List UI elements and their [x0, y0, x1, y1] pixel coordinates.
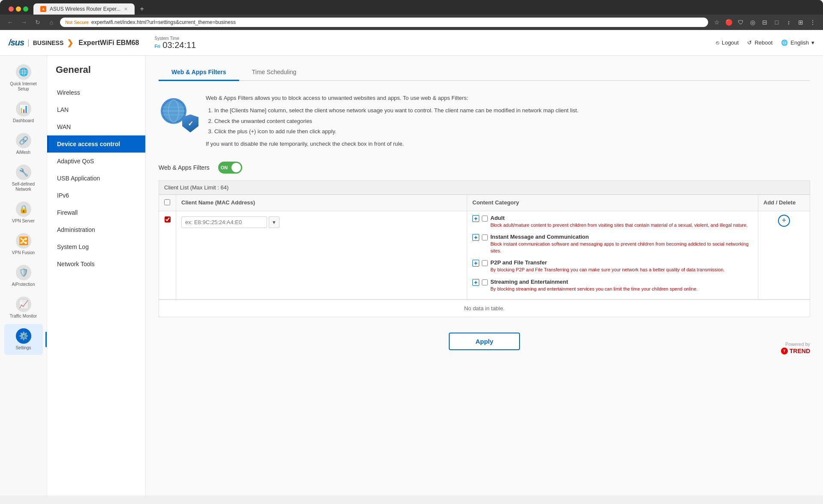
adult-expand-btn[interactable]: +: [472, 215, 479, 222]
active-indicator: [45, 332, 47, 347]
sidebar-item-vpn-server[interactable]: 🔒 VPN Server: [4, 197, 43, 228]
sidebar-item-vpn-fusion[interactable]: 🔀 VPN Fusion: [4, 229, 43, 260]
powered-by-text: Powered by: [785, 342, 810, 347]
tab-title: ASUS Wireless Router Exper...: [50, 6, 120, 12]
new-tab-btn[interactable]: +: [136, 3, 147, 15]
active-browser-tab[interactable]: A ASUS Wireless Router Exper... ✕: [33, 3, 135, 15]
forward-btn[interactable]: →: [19, 17, 29, 27]
main-content: Web & Apps Filters Time Scheduling: [146, 56, 823, 495]
nav-item-ipv6[interactable]: IPv6: [47, 187, 145, 204]
extension2-icon[interactable]: 🛡: [736, 17, 746, 27]
sidebar-item-settings[interactable]: ⚙️ Settings: [4, 324, 43, 355]
maximize-dot[interactable]: [23, 6, 28, 12]
nav-item-network-tools[interactable]: Network Tools: [47, 255, 145, 273]
sidebar-item-aimesh[interactable]: 🔗 AiMesh: [4, 129, 43, 159]
extension3-icon[interactable]: ◎: [748, 17, 758, 27]
logout-btn[interactable]: ⎋ Logout: [716, 39, 739, 46]
extension5-icon[interactable]: □: [772, 17, 782, 27]
td-actions: +: [758, 211, 810, 299]
dashboard-icon: 📊: [16, 101, 31, 117]
description-box: ✓ Web & Apps Filters allows you to block…: [159, 90, 810, 153]
th-client-name: Client Name (MAC Address): [176, 195, 467, 211]
sidebar-item-traffic-monitor[interactable]: 📈 Traffic Monitor: [4, 292, 43, 323]
router-name: ExpertWiFi EBM68: [78, 39, 139, 47]
p2p-label-block: P2P and File Transfer By blocking P2P an…: [490, 259, 724, 273]
reboot-label: Reboot: [754, 39, 772, 46]
sidebar-icons: 🌐 Quick Internet Setup 📊 Dashboard 🔗 AiM…: [0, 56, 47, 495]
client-name-input[interactable]: [181, 216, 267, 228]
client-list-header: Client List (Max Limit : 64): [159, 180, 810, 195]
minimize-dot[interactable]: [16, 6, 21, 12]
shield-icon: ✓: [182, 114, 198, 132]
home-btn[interactable]: ⌂: [46, 17, 57, 27]
tab-time-scheduling[interactable]: Time Scheduling: [239, 64, 309, 81]
td-client-name: ▾: [176, 211, 467, 299]
reboot-btn[interactable]: ↺ Reboot: [747, 39, 772, 46]
description-step-2: Check the unwanted content categories: [214, 117, 810, 126]
sidebar-item-quick-internet[interactable]: 🌐 Quick Internet Setup: [4, 60, 43, 96]
sidebar-item-aiprotection[interactable]: 🛡️ AiProtection: [4, 261, 43, 291]
nav-item-firewall[interactable]: Firewall: [47, 204, 145, 221]
streaming-checkbox[interactable]: [482, 279, 488, 285]
td-row-checkbox: [159, 211, 176, 299]
th-content-category: Content Category: [467, 195, 758, 211]
instant-message-expand-btn[interactable]: +: [472, 234, 479, 241]
extension7-icon[interactable]: ⊞: [796, 17, 806, 27]
reload-btn[interactable]: ↻: [33, 17, 43, 27]
nav-item-device-access-control[interactable]: Device access control: [47, 135, 145, 153]
vpn-fusion-label: VPN Fusion: [12, 250, 35, 255]
language-btn[interactable]: 🌐 English ▾: [781, 39, 814, 46]
tab-favicon: A: [40, 6, 46, 12]
nav-item-wan[interactable]: WAN: [47, 118, 145, 135]
logo-separator: |: [27, 38, 30, 47]
p2p-checkbox[interactable]: [482, 260, 488, 266]
left-navigation: General Wireless LAN WAN Device access c…: [47, 56, 146, 495]
streaming-expand-btn[interactable]: +: [472, 279, 479, 286]
address-bar[interactable]: Not Secure expertwifi.net/index.html?url…: [60, 18, 708, 27]
adult-label-block: Adult Block adult/mature content to prev…: [490, 215, 748, 228]
nav-item-wireless[interactable]: Wireless: [47, 84, 145, 101]
tab-close-btn[interactable]: ✕: [124, 6, 128, 12]
tab-web-apps-filters[interactable]: Web & Apps Filters: [159, 64, 239, 81]
description-step-3: Click the plus (+) icon to add rule then…: [214, 127, 810, 136]
asus-logo: /sus: [9, 38, 24, 48]
chevron-down-icon: ▾: [811, 39, 814, 46]
description-step-1: In the [Clients Name] column, select the…: [214, 106, 810, 115]
back-btn[interactable]: ←: [5, 17, 15, 27]
filter-row: Web & Apps Filters ON: [159, 162, 810, 174]
add-rule-btn[interactable]: +: [778, 215, 790, 227]
adult-checkbox[interactable]: [482, 216, 488, 222]
instant-message-checkbox[interactable]: [482, 234, 488, 240]
description-text: Web & Apps Filters allows you to block a…: [206, 94, 810, 149]
extension4-icon[interactable]: ⊟: [760, 17, 770, 27]
extension6-icon[interactable]: ↕: [784, 17, 794, 27]
client-list-table: Client Name (MAC Address) Content Catego…: [159, 195, 810, 317]
logout-label: Logout: [722, 39, 739, 46]
nav-item-system-log[interactable]: System Log: [47, 238, 145, 255]
settings-label: Settings: [15, 345, 31, 351]
web-filter-toggle[interactable]: ON: [218, 162, 242, 174]
category-instant-message-row: + Instant Message and Communication Bloc…: [472, 234, 753, 254]
row-checkbox[interactable]: [165, 216, 171, 222]
bookmark-icon[interactable]: ☆: [712, 17, 722, 27]
p2p-expand-btn[interactable]: +: [472, 260, 479, 267]
sidebar-item-self-defined-network[interactable]: 🔧 Self-defined Network: [4, 160, 43, 196]
close-dot[interactable]: [9, 6, 14, 12]
instant-message-category-desc: Block instant communication software and…: [490, 241, 753, 254]
client-dropdown-btn[interactable]: ▾: [269, 216, 279, 228]
system-time-display: System Time Fri 03:24:11: [155, 36, 196, 49]
apply-button[interactable]: Apply: [449, 333, 520, 350]
nav-item-lan[interactable]: LAN: [47, 101, 145, 118]
nav-item-administration[interactable]: Administration: [47, 221, 145, 238]
menu-dots-icon[interactable]: ⋮: [808, 17, 818, 27]
trend-logo: T TREND: [781, 348, 810, 354]
category-adult-row: + Adult Block adult/mature content to pr…: [472, 215, 753, 228]
nav-item-adaptive-qos[interactable]: Adaptive QoS: [47, 153, 145, 170]
globe-shield-icon: ✓: [159, 94, 197, 132]
nav-item-usb-application[interactable]: USB Application: [47, 170, 145, 187]
sidebar-item-dashboard[interactable]: 📊 Dashboard: [4, 97, 43, 128]
extension1-icon[interactable]: 🔴: [724, 17, 734, 27]
trend-label: TREND: [790, 348, 810, 354]
select-all-checkbox[interactable]: [164, 199, 170, 205]
streaming-category-name: Streaming and Entertainment: [490, 279, 698, 285]
